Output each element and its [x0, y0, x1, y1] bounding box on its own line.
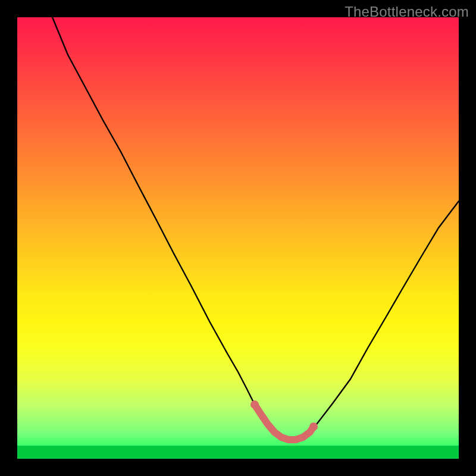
chart-frame [17, 17, 459, 459]
baseline-band [17, 446, 459, 459]
watermark-text: TheBottleneck.com [345, 4, 469, 20]
curve-svg [17, 17, 459, 459]
highlight-end-right [309, 422, 318, 431]
highlight-arc [255, 405, 314, 440]
bottleneck-curve [52, 17, 459, 438]
highlight-end-left [250, 400, 259, 409]
